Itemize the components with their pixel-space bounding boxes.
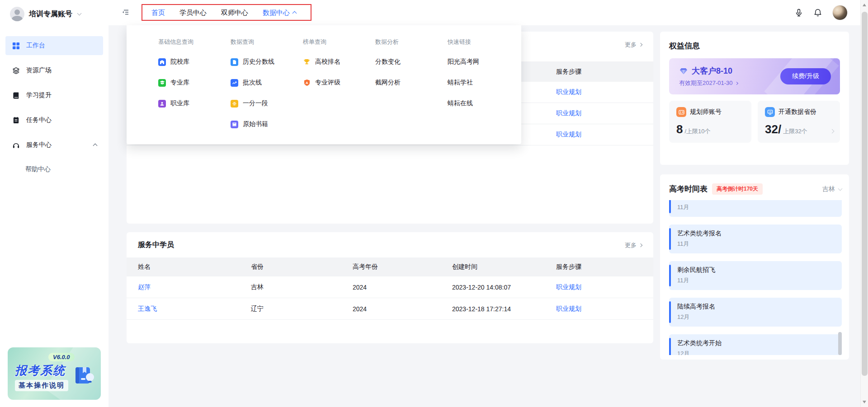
svg-text:A: A bbox=[306, 81, 308, 85]
bell-icon[interactable] bbox=[813, 8, 822, 17]
board-chart-icon bbox=[765, 107, 775, 117]
content-area: 更多 服务步骤 职业规划 职业规划 职业规划 基础信息查询 院校库 专业库 bbox=[108, 25, 860, 407]
menu-item-yangguang-gaokao[interactable]: 阳光高考网 bbox=[448, 57, 520, 67]
sidebar: 培训专属账号 工作台 资源广场 学习提升 bbox=[0, 0, 108, 407]
timeline-list[interactable]: 11月 艺术类统考报名 11月 剩余民航招飞 11月 陆续高考报名 12月 艺术… bbox=[669, 200, 842, 355]
sidebar-nav: 工作台 资源广场 学习提升 任务中心 bbox=[0, 36, 108, 178]
stat-value: 32/ bbox=[765, 122, 781, 136]
menu-item-origin-books[interactable]: 原始书籍 bbox=[231, 119, 303, 129]
career-icon bbox=[158, 100, 166, 108]
page-scrollbar[interactable] bbox=[860, 0, 868, 407]
tab-home[interactable]: 首页 bbox=[151, 9, 165, 17]
tab-data-center[interactable]: 数据中心 bbox=[263, 9, 296, 17]
student-name-link[interactable]: 赵萍 bbox=[138, 283, 251, 291]
diamond-icon bbox=[679, 66, 688, 75]
plan-banner: 大客户8-10 有效期至2027-01-30 续费/升级 bbox=[669, 58, 840, 94]
chevron-down-icon bbox=[838, 186, 843, 191]
chevron-up-icon[interactable] bbox=[93, 144, 98, 148]
manual-book-icon bbox=[72, 364, 95, 387]
students-table: 姓名 省份 高考年份 创建时间 服务步骤 赵萍 吉林 2024 2023-12-… bbox=[127, 257, 653, 320]
sidebar-item-label: 资源广场 bbox=[26, 66, 52, 75]
dropdown-column-data-query: 数据查询 历史分数线 批次线 一分一段 原始书籍 bbox=[231, 38, 303, 144]
sidebar-item-label: 学习提升 bbox=[26, 91, 52, 99]
promo-version-badge: V6.0.0 bbox=[48, 353, 75, 361]
menu-item-history-scores[interactable]: 历史分数线 bbox=[231, 57, 303, 67]
region-select[interactable]: 吉林 bbox=[822, 185, 842, 193]
account-switcher[interactable]: 培训专属账号 bbox=[0, 0, 108, 22]
step-link[interactable]: 职业规划 bbox=[556, 305, 653, 313]
tab-dual-teacher[interactable]: 双师中心 bbox=[221, 9, 248, 17]
students-in-service-card: 服务中学员 更多 姓名 省份 高考年份 创建时间 服务步骤 赵萍 吉林 2024… bbox=[127, 232, 653, 343]
tab-students[interactable]: 学员中心 bbox=[179, 9, 207, 17]
planner-accounts-stat[interactable]: 规划师账号 8 /上限10个 bbox=[669, 101, 751, 143]
dropdown-column-analysis: 数据分析 分数变化 截网分析 bbox=[375, 38, 448, 144]
sidebar-item-tasks[interactable]: 任务中心 bbox=[5, 111, 103, 130]
timetable-header: 高考时间表 高考倒计时170天 吉林 bbox=[669, 183, 842, 195]
primary-nav: 首页 学员中心 双师中心 数据中心 bbox=[151, 0, 296, 25]
more-link-students[interactable]: 更多 bbox=[625, 241, 642, 249]
menu-item-cutoff-analysis[interactable]: 截网分析 bbox=[375, 78, 448, 88]
manual-promo-card[interactable]: V6.0.0 报考系统 基本操作说明 bbox=[8, 347, 101, 400]
chevron-down-icon bbox=[77, 11, 82, 16]
step-link[interactable]: 职业规划 bbox=[556, 88, 581, 96]
major-icon bbox=[158, 79, 166, 87]
stat-limit: 上限32个 bbox=[783, 127, 807, 136]
chevron-up-icon bbox=[292, 11, 297, 16]
scroll-up-arrow[interactable] bbox=[863, 4, 866, 6]
stat-limit: /上限10个 bbox=[684, 127, 710, 136]
sidebar-item-workbench[interactable]: 工作台 bbox=[5, 36, 103, 55]
card-title: 服务中学员 bbox=[138, 240, 174, 250]
menu-item-college-db[interactable]: 院校库 bbox=[158, 57, 231, 67]
sidebar-item-label: 任务中心 bbox=[26, 116, 52, 124]
batch-chart-icon bbox=[231, 79, 238, 87]
promo-title: 报考系统 bbox=[15, 363, 66, 379]
step-link[interactable]: 职业规划 bbox=[556, 283, 653, 291]
sidebar-item-service[interactable]: 服务中心 bbox=[5, 136, 103, 154]
scrollbar-thumb[interactable] bbox=[862, 12, 868, 376]
student-name-link[interactable]: 王逸飞 bbox=[138, 305, 251, 313]
layers-icon bbox=[12, 66, 20, 75]
menu-item-career-db[interactable]: 职业库 bbox=[158, 98, 231, 108]
menu-item-rank-segment[interactable]: 一分一段 bbox=[231, 98, 303, 108]
id-card-icon bbox=[676, 107, 686, 117]
mic-icon[interactable] bbox=[794, 8, 803, 17]
data-provinces-stat[interactable]: 开通数据省份 32/ 上限32个 bbox=[758, 101, 840, 143]
book-icon bbox=[12, 91, 20, 99]
sidebar-collapse-icon[interactable] bbox=[122, 8, 130, 16]
more-link-top[interactable]: 更多 bbox=[625, 41, 642, 49]
sidebar-item-help[interactable]: 帮助中心 bbox=[0, 160, 108, 178]
sidebar-item-resources[interactable]: 资源广场 bbox=[5, 61, 103, 80]
menu-item-university-ranking[interactable]: 高校排名 bbox=[303, 57, 375, 67]
menu-item-major-grading[interactable]: A 专业评级 bbox=[303, 78, 375, 88]
chevron-right-icon bbox=[639, 43, 642, 47]
menu-item-batch-lines[interactable]: 批次线 bbox=[231, 78, 303, 88]
account-name: 培训专属账号 bbox=[29, 9, 72, 19]
gaokao-timetable-card: 高考时间表 高考倒计时170天 吉林 11月 艺术类统考报名 11月 剩余民航招… bbox=[660, 174, 849, 360]
step-link[interactable]: 职业规划 bbox=[556, 131, 581, 139]
dropdown-column-quicklinks: 快速链接 阳光高考网 蜻耘学社 蜻耘在线 bbox=[448, 38, 520, 144]
sidebar-item-label: 工作台 bbox=[26, 42, 45, 50]
origin-book-icon bbox=[231, 121, 238, 128]
stat-label: 规划师账号 bbox=[690, 108, 722, 116]
plan-validity[interactable]: 有效期至2027-01-30 bbox=[679, 79, 738, 87]
user-avatar[interactable] bbox=[832, 5, 848, 20]
menu-item-qingyun-online[interactable]: 蜻耘在线 bbox=[448, 98, 520, 108]
scroll-down-arrow[interactable] bbox=[863, 401, 866, 403]
data-center-dropdown: 基础信息查询 院校库 专业库 职业库 数据查询 历史分数线 bbox=[127, 25, 521, 144]
menu-item-score-change[interactable]: 分数变化 bbox=[375, 57, 448, 67]
timeline-item: 11月 bbox=[669, 200, 842, 217]
step-link[interactable]: 职业规划 bbox=[556, 109, 581, 117]
table-row: 王逸飞 辽宁 2024 2023-12-18 17:27:14 职业规划 bbox=[127, 298, 653, 320]
renew-upgrade-button[interactable]: 续费/升级 bbox=[780, 68, 831, 84]
plan-name: 大客户8-10 bbox=[692, 65, 732, 76]
benefits-title: 权益信息 bbox=[669, 41, 840, 51]
stat-value: 8 bbox=[676, 122, 683, 136]
menu-item-qingyun-school[interactable]: 蜻耘学社 bbox=[448, 78, 520, 88]
table-header-row: 姓名 省份 高考年份 创建时间 服务步骤 bbox=[127, 257, 653, 276]
timeline-item: 剩余民航招飞 11月 bbox=[669, 261, 842, 290]
sidebar-item-learning[interactable]: 学习提升 bbox=[5, 86, 103, 105]
menu-item-major-db[interactable]: 专业库 bbox=[158, 78, 231, 88]
rank-segment-icon bbox=[231, 100, 238, 108]
college-icon bbox=[158, 58, 166, 66]
timeline-scrollbar-thumb[interactable] bbox=[838, 332, 842, 355]
